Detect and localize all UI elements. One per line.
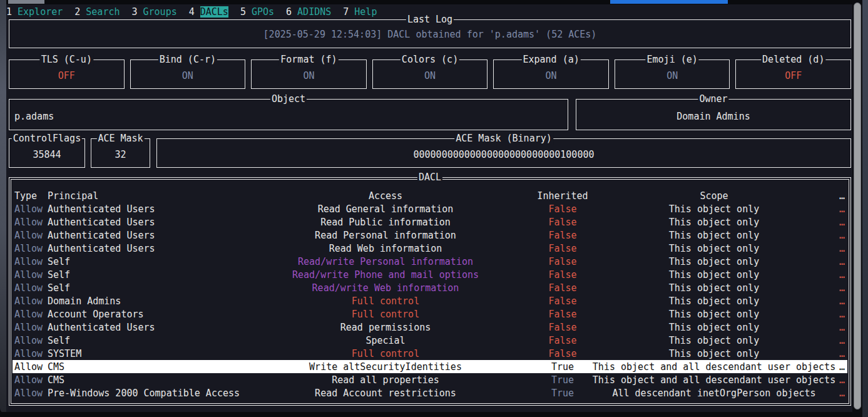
- scrollbar-thumb[interactable]: [854, 3, 861, 409]
- table-row[interactable]: Allow CMS Read all properties True This …: [13, 373, 847, 386]
- toggle-title: Deleted (d): [761, 53, 825, 66]
- object-field-value[interactable]: p.adams: [14, 111, 54, 122]
- object-field[interactable]: Object p.adams: [9, 99, 568, 130]
- table-row[interactable]: Allow Self Read/write Web information Fa…: [13, 281, 847, 294]
- header-more: …: [810, 190, 847, 202]
- tab-search[interactable]: 2 Search: [74, 6, 120, 18]
- ace-mask-binary-value: 00000000000000000000000000100000: [414, 149, 595, 160]
- header-inherited: Inherited: [508, 190, 618, 202]
- cell-inherited: False: [508, 296, 618, 307]
- tab-number: 5: [240, 6, 246, 18]
- table-row[interactable]: Allow Authenticated Users Read Personal …: [13, 229, 847, 242]
- dacl-table-header: Type Principal Access Inherited Scope …: [13, 189, 847, 202]
- cell-more: …: [810, 335, 847, 346]
- toggle-box[interactable]: Format (f) ON: [251, 59, 367, 89]
- cell-scope: This object only: [618, 282, 810, 294]
- control-flags-title: ControlFlags: [12, 132, 82, 145]
- tab-help[interactable]: 7 Help: [343, 6, 377, 18]
- cell-access: Read/write Web information: [263, 282, 508, 294]
- toggle-value: OFF: [58, 70, 75, 81]
- cell-access: Read/write Phone and mail options: [263, 269, 508, 281]
- tab-adidns[interactable]: 6 ADIDNS: [286, 6, 331, 18]
- table-row[interactable]: Allow SYSTEM Full control False This obj…: [13, 347, 847, 360]
- cell-more: …: [810, 348, 847, 359]
- toggle-title: Bind (C-r): [158, 53, 217, 66]
- table-row[interactable]: Allow Self Special False This object onl…: [13, 334, 847, 347]
- table-row[interactable]: Allow Self Read/write Phone and mail opt…: [13, 268, 847, 281]
- toggle-box[interactable]: TLS (C-u) OFF: [9, 59, 125, 89]
- tab-label: ADIDNS: [297, 6, 331, 18]
- dacl-panel: DACL Type Principal Access Inherited Sco…: [9, 177, 851, 406]
- table-row[interactable]: Allow Authenticated Users Read Web infor…: [13, 242, 847, 255]
- tab-label: GPOs: [252, 6, 274, 18]
- cell-access: Read Web information: [263, 243, 508, 254]
- cell-scope: This object only: [618, 230, 810, 241]
- cell-principal: Self: [48, 256, 263, 267]
- cell-scope: This object only: [618, 217, 810, 228]
- tab-groups[interactable]: 3 Groups: [132, 6, 177, 18]
- cell-scope: This object only: [618, 309, 810, 320]
- cell-more: …: [810, 203, 847, 215]
- tab-number: 1: [6, 6, 12, 18]
- table-row[interactable]: Allow Authenticated Users Read permissio…: [13, 321, 847, 334]
- settings-toggle-row: TLS (C-u) OFF Bind (C-r) ON Format (f) O…: [9, 59, 851, 89]
- tab-number: 2: [74, 6, 80, 18]
- cell-type: Allow: [13, 243, 48, 254]
- tab-dacls[interactable]: 4 DACLs: [189, 6, 228, 18]
- table-row[interactable]: Allow Authenticated Users Read General i…: [13, 202, 847, 215]
- window-bottom-strip: [0, 412, 868, 417]
- ace-mask-binary-title: ACE Mask (Binary): [454, 132, 553, 145]
- cell-access: Read Account restrictions: [263, 388, 508, 399]
- table-row[interactable]: Allow Account Operators Full control Fal…: [13, 307, 847, 321]
- cell-access: Full control: [263, 309, 508, 320]
- cell-more: …: [810, 296, 847, 307]
- cell-inherited: False: [508, 309, 618, 320]
- cell-type: Allow: [13, 374, 48, 386]
- table-row[interactable]: Allow CMS Write altSecurityIdentities Tr…: [13, 360, 847, 373]
- table-row[interactable]: Allow Pre-Windows 2000 Compatible Access…: [13, 386, 847, 399]
- tab-explorer[interactable]: 1 Explorer: [6, 6, 63, 18]
- vertical-scrollbar[interactable]: [852, 0, 862, 417]
- cell-scope: This object only: [618, 296, 810, 307]
- table-row[interactable]: Allow Self Read/write Personal informati…: [13, 255, 847, 268]
- header-scope: Scope: [618, 190, 810, 202]
- cell-inherited: True: [508, 388, 618, 399]
- cell-inherited: False: [508, 217, 618, 228]
- cell-access: Read General information: [263, 203, 508, 215]
- toggle-value: ON: [546, 70, 557, 81]
- table-row[interactable]: Allow Domain Admins Full control False T…: [13, 294, 847, 307]
- cell-principal: CMS: [48, 361, 263, 373]
- cell-principal: Self: [48, 282, 263, 294]
- cell-more: …: [810, 269, 847, 281]
- cell-type: Allow: [13, 309, 48, 320]
- toggle-box[interactable]: Bind (C-r) ON: [130, 59, 246, 89]
- cell-type: Allow: [13, 203, 48, 215]
- owner-panel: Owner Domain Admins: [576, 99, 851, 130]
- header-type: Type: [13, 190, 48, 202]
- cell-scope: This object and all descendant user obje…: [618, 361, 810, 373]
- owner-panel-title: Owner: [698, 93, 728, 105]
- cell-type: Allow: [13, 296, 48, 307]
- cell-scope: This object only: [618, 243, 810, 254]
- cell-inherited: False: [508, 348, 618, 359]
- cell-more: …: [810, 217, 847, 228]
- tab-gpos[interactable]: 5 GPOs: [240, 6, 274, 18]
- toggle-box[interactable]: Expand (a) ON: [493, 59, 609, 89]
- toggle-box[interactable]: Emoji (e) ON: [615, 59, 730, 89]
- toggle-box[interactable]: Deleted (d) OFF: [735, 59, 851, 89]
- cell-type: Allow: [13, 269, 48, 281]
- godap-terminal-window: 1 Explorer 2 Search 3 Groups 4 DACLs 5 G…: [0, 0, 868, 417]
- tab-label: Groups: [143, 6, 177, 18]
- toggle-box[interactable]: Colors (c) ON: [372, 59, 488, 89]
- cell-type: Allow: [13, 256, 48, 267]
- cell-access: Full control: [263, 296, 508, 307]
- cell-type: Allow: [13, 388, 48, 399]
- tab-label: DACLs: [200, 6, 228, 18]
- cell-scope: This object only: [618, 269, 810, 281]
- ace-mask-binary-panel: ACE Mask (Binary) 0000000000000000000000…: [156, 138, 851, 168]
- table-row[interactable]: Allow Authenticated Users Read Public in…: [13, 215, 847, 229]
- cell-principal: Authenticated Users: [48, 230, 263, 241]
- cell-more: …: [810, 361, 847, 373]
- toggle-title: Colors (c): [401, 53, 459, 66]
- cell-more: …: [810, 388, 847, 399]
